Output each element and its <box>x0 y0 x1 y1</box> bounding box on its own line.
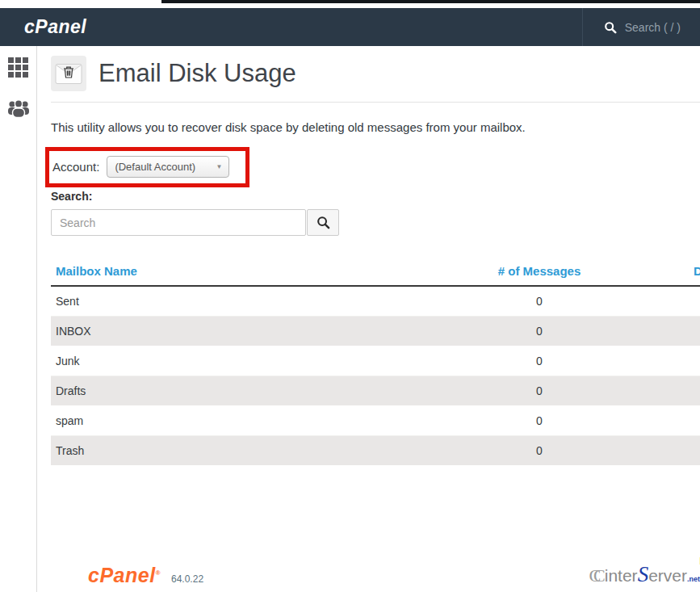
table-header-row: Mailbox Name # of Messages Disk Usage <box>51 258 700 286</box>
search-label: Search: <box>51 190 700 203</box>
mailbox-name: Sent <box>51 286 390 316</box>
chevron-down-icon: ▼ <box>216 163 222 170</box>
interserver-s: S <box>638 562 649 586</box>
users-icon[interactable] <box>7 99 30 118</box>
footer: cPanel® 64.0.22 CCinterServer.net H <box>51 554 700 587</box>
table-row[interactable]: spam 0 <box>51 405 700 435</box>
column-mailbox-name[interactable]: Mailbox Name <box>51 258 390 286</box>
cpanel-logo: cPanel <box>24 16 86 38</box>
main-content: Email Disk Usage This utility allows you… <box>37 46 700 592</box>
search-row <box>51 209 700 236</box>
header-search-label: Search ( / ) <box>625 21 681 34</box>
message-count: 0 <box>390 405 689 435</box>
account-select[interactable]: (Default Account) ▼ <box>107 156 229 178</box>
top-strip <box>0 0 700 8</box>
search-button[interactable] <box>307 209 339 236</box>
apps-grid-icon[interactable] <box>8 57 28 78</box>
mailbox-name: spam <box>51 405 390 435</box>
interserver-arcs-icon: CC <box>589 565 597 586</box>
message-count: 0 <box>390 286 689 316</box>
header-search[interactable]: Search ( / ) <box>582 8 700 46</box>
email-disk-usage-icon <box>51 56 86 91</box>
column-disk-usage[interactable]: Disk Usage <box>689 258 700 286</box>
interserver-net: .net <box>687 575 700 583</box>
mailbox-table: Mailbox Name # of Messages Disk Usage Se… <box>51 258 700 466</box>
mailbox-name: INBOX <box>51 316 390 346</box>
page-title-row: Email Disk Usage <box>51 56 700 91</box>
account-selected-value: (Default Account) <box>115 161 195 173</box>
red-annotation-box: Account: (Default Account) ▼ <box>45 147 249 187</box>
table-row[interactable]: Trash 0 <box>51 435 700 465</box>
message-count: 0 <box>390 435 689 465</box>
search-button-icon <box>316 216 330 229</box>
message-count: 0 <box>390 316 689 346</box>
search-input[interactable] <box>51 209 306 236</box>
search-icon <box>604 21 617 34</box>
header-bar: cPanel Search ( / ) <box>0 8 700 46</box>
version-label: 64.0.22 <box>171 573 203 585</box>
table-row[interactable]: Sent 0 <box>51 286 700 316</box>
mailbox-name: Trash <box>51 435 390 465</box>
mailbox-name: Drafts <box>51 376 390 405</box>
page-description: This utility allows you to recover disk … <box>51 120 700 134</box>
table-row[interactable]: Drafts 0 <box>51 376 700 405</box>
cpanel-footer-logo: cPanel® <box>88 564 161 587</box>
page-title: Email Disk Usage <box>99 59 296 88</box>
account-label: Account: <box>52 160 99 174</box>
column-num-messages[interactable]: # of Messages <box>390 258 689 286</box>
title-divider <box>51 102 700 103</box>
interserver-text: inter <box>605 566 638 585</box>
top-dark-bar <box>161 0 700 3</box>
mailbox-name: Junk <box>51 346 390 376</box>
interserver-text: erver <box>648 566 687 585</box>
table-row[interactable]: Junk 0 <box>51 346 700 376</box>
message-count: 0 <box>390 346 689 376</box>
interserver-logo[interactable]: CCinterServer.net H <box>589 554 700 587</box>
table-row[interactable]: INBOX 0 <box>51 316 700 346</box>
sidebar <box>0 46 37 592</box>
message-count: 0 <box>390 376 689 405</box>
